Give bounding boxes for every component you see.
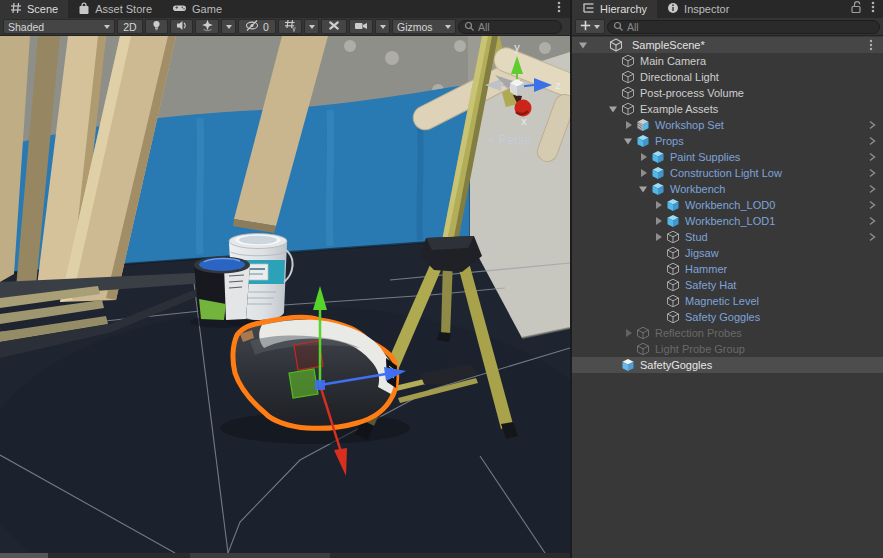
- hierarchy-row-props[interactable]: Props: [572, 133, 883, 149]
- scene-effects-toggle[interactable]: [195, 19, 219, 34]
- unlock-icon[interactable]: [850, 0, 862, 18]
- hierarchy-row-jigsaw[interactable]: Jigsaw: [572, 245, 883, 261]
- gamepad-icon: [172, 2, 187, 16]
- foldout-arrow[interactable]: [652, 231, 664, 243]
- foldout-arrow[interactable]: [622, 135, 634, 147]
- tab-label: Hierarchy: [600, 3, 647, 15]
- tab-asset-store[interactable]: Asset Store: [68, 0, 162, 18]
- hierarchy-panel: HierarchyInspector SampleScene*Main Came…: [572, 0, 883, 558]
- scene-audio-toggle[interactable]: [170, 19, 193, 34]
- hierarchy-row-workbench[interactable]: Workbench: [572, 181, 883, 197]
- tab-inspector[interactable]: Inspector: [657, 0, 739, 18]
- scene-search-input[interactable]: [478, 21, 556, 33]
- axis-label-x: x: [521, 115, 527, 127]
- hierarchy-row-workbench-lod1[interactable]: Workbench_LOD1: [572, 213, 883, 229]
- foldout-arrow[interactable]: [607, 103, 619, 115]
- tab-label: Inspector: [684, 3, 729, 15]
- chevron-down-icon: [104, 25, 110, 29]
- scene-toolbar: Shaded 2D 0 y: [0, 18, 570, 36]
- prefab-open-chevron-icon[interactable]: [867, 119, 879, 131]
- prefab-open-chevron-icon[interactable]: [867, 199, 879, 211]
- foldout-arrow[interactable]: [637, 183, 649, 195]
- hierarchy-row-safety-hat[interactable]: Safety Hat: [572, 277, 883, 293]
- hierarchy-row-workbench-lod0[interactable]: Workbench_LOD0: [572, 197, 883, 213]
- horizontal-scrollbar[interactable]: [0, 553, 570, 558]
- prefab-open-chevron-icon[interactable]: [867, 167, 879, 179]
- grid-dropdown[interactable]: [304, 19, 319, 34]
- scene-tabs: SceneAsset StoreGame: [0, 0, 232, 18]
- grid-visibility-button[interactable]: y: [278, 19, 302, 34]
- hierarchy-row-post-process-volume[interactable]: Post-process Volume: [572, 85, 883, 101]
- 2d-mode-toggle[interactable]: 2D: [117, 19, 143, 34]
- perspective-mode-label[interactable]: < Persp: [488, 133, 531, 147]
- tab-label: Game: [192, 3, 222, 15]
- scene-viewport[interactable]: y z x < Persp: [0, 36, 570, 553]
- scene-search: [458, 20, 562, 34]
- prefab-open-chevron-icon[interactable]: [867, 231, 879, 243]
- prefab-open-chevron-icon[interactable]: [867, 183, 879, 195]
- row-label: Directional Light: [640, 71, 719, 83]
- hierarchy-row-safety-goggles[interactable]: Safety Goggles: [572, 309, 883, 325]
- prefab-open-chevron-icon[interactable]: [867, 135, 879, 147]
- axis-label-y: y: [514, 41, 520, 53]
- tab-hierarchy[interactable]: Hierarchy: [572, 0, 657, 18]
- row-label: Light Probe Group: [655, 343, 745, 355]
- foldout-arrow[interactable]: [637, 167, 649, 179]
- hierarchy-row-magnetic-level[interactable]: Magnetic Level: [572, 293, 883, 309]
- chevron-down-icon: [380, 25, 386, 29]
- gizmos-dropdown[interactable]: Gizmos: [392, 19, 456, 34]
- foldout-arrow[interactable]: [652, 199, 664, 211]
- bag-icon: [78, 2, 90, 17]
- tab-scene[interactable]: Scene: [0, 0, 68, 18]
- hierarchy-row-workshop-set[interactable]: Workshop Set: [572, 117, 883, 133]
- hierarchy-row-example-assets[interactable]: Example Assets: [572, 101, 883, 117]
- row-label: Workbench: [670, 183, 725, 195]
- scene-header-kebab-icon[interactable]: [866, 39, 878, 51]
- gameobject-cube-icon: [666, 262, 680, 276]
- hierarchy-kebab-menu-icon[interactable]: [868, 0, 878, 18]
- row-label: Hammer: [685, 263, 727, 275]
- grid-axis-icon: y: [284, 19, 297, 34]
- prefab-cube-icon: [651, 166, 665, 180]
- hierarchy-row-light-probe-group[interactable]: Light Probe Group: [572, 341, 883, 357]
- hierarchy-search-input[interactable]: [627, 21, 874, 33]
- scene-camera-button[interactable]: [349, 19, 373, 34]
- hierarchy-row-paint-supplies[interactable]: Paint Supplies: [572, 149, 883, 165]
- foldout-arrow[interactable]: [622, 119, 634, 131]
- prefab-cube-icon: [651, 182, 665, 196]
- scene-lighting-toggle[interactable]: [145, 19, 168, 34]
- row-label: Stud: [685, 231, 708, 243]
- prefab-cube-icon: [666, 214, 680, 228]
- row-label: SafetyGoggles: [640, 359, 712, 371]
- row-label: Example Assets: [640, 103, 718, 115]
- gameobject-cube-icon: [666, 294, 680, 308]
- hierarchy-row-samplescene-[interactable]: SampleScene*: [572, 37, 883, 53]
- scene-kebab-menu-icon[interactable]: [553, 0, 565, 18]
- tab-game[interactable]: Game: [162, 0, 232, 18]
- hierarchy-row-safetygoggles[interactable]: SafetyGoggles: [572, 357, 883, 373]
- hierarchy-row-stud[interactable]: Stud: [572, 229, 883, 245]
- hierarchy-row-main-camera[interactable]: Main Camera: [572, 53, 883, 69]
- scene-render: y z x < Persp: [0, 36, 570, 553]
- hierarchy-tabs: HierarchyInspector: [572, 0, 739, 18]
- foldout-arrow[interactable]: [577, 39, 589, 51]
- hierarchy-row-hammer[interactable]: Hammer: [572, 261, 883, 277]
- create-object-button[interactable]: [575, 19, 605, 34]
- hierarchy-row-reflection-probes[interactable]: Reflection Probes: [572, 325, 883, 341]
- effects-dropdown[interactable]: [221, 19, 236, 34]
- scene-tools-button[interactable]: [321, 19, 347, 34]
- scene-visibility-toggle[interactable]: 0: [238, 19, 276, 34]
- foldout-arrow[interactable]: [652, 215, 664, 227]
- hierarchy-row-construction-light-low[interactable]: Construction Light Low: [572, 165, 883, 181]
- shading-mode-dropdown[interactable]: Shaded: [3, 19, 115, 34]
- foldout-arrow[interactable]: [622, 327, 634, 339]
- prefab-cube-icon: [621, 358, 635, 372]
- hierarchy-row-directional-light[interactable]: Directional Light: [572, 69, 883, 85]
- info-icon: [667, 2, 679, 16]
- gizmo-plane-xy[interactable]: [294, 341, 323, 370]
- prefab-open-chevron-icon[interactable]: [867, 215, 879, 227]
- foldout-arrow[interactable]: [637, 151, 649, 163]
- camera-dropdown[interactable]: [375, 19, 390, 34]
- prefab-open-chevron-icon[interactable]: [867, 151, 879, 163]
- gizmo-plane-xz[interactable]: [289, 369, 318, 398]
